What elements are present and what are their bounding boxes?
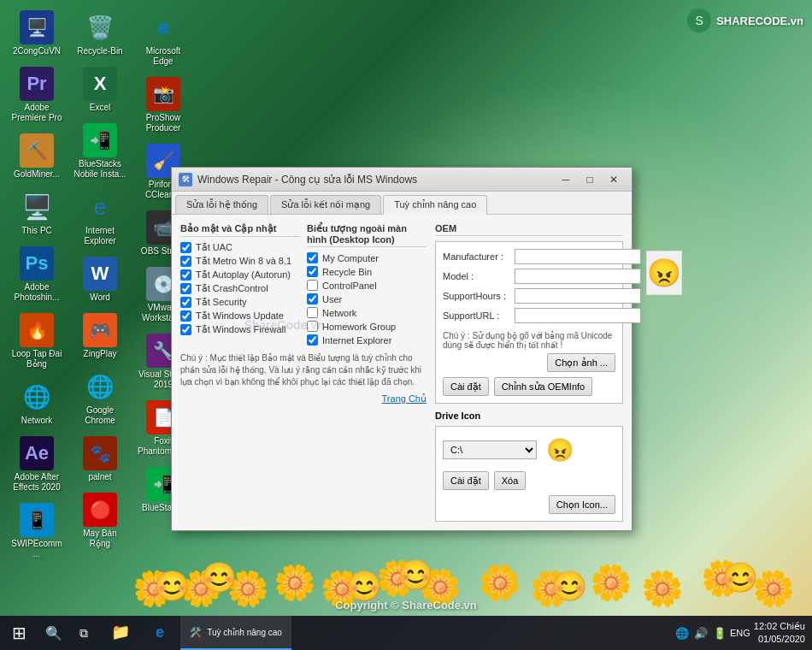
chon-anh-button[interactable]: Chọn ảnh ... bbox=[547, 353, 615, 372]
checkbox-recycle-input[interactable] bbox=[307, 266, 318, 277]
drive-icon-label: Drive Icon bbox=[435, 411, 623, 421]
desktop-icon-swipe[interactable]: 📱 SWIPEcomm... bbox=[7, 499, 67, 563]
checkbox-firewall-input[interactable] bbox=[180, 324, 191, 335]
desktop-icon-recycle[interactable]: 🗑️ Recycle-Bin bbox=[70, 7, 130, 60]
icon-label: Adobe After Effects 2020 bbox=[10, 472, 63, 493]
checkbox-user[interactable]: User bbox=[307, 293, 427, 304]
smiley-decoration: 😊 bbox=[397, 558, 433, 592]
icon-label: palnet bbox=[88, 472, 111, 482]
checkbox-tat-uac[interactable]: Tắt UAC bbox=[180, 242, 300, 253]
checkbox-tat-uac-input[interactable] bbox=[180, 242, 191, 253]
checkbox-controlpanel[interactable]: ControlPanel bbox=[307, 280, 427, 291]
checkbox-cp-input[interactable] bbox=[307, 280, 318, 291]
desktop-icon-aftereffects[interactable]: Ae Adobe After Effects 2020 bbox=[7, 433, 67, 496]
drive-select[interactable]: C:\ bbox=[443, 440, 537, 459]
icon-label: This PC bbox=[21, 226, 52, 236]
checkbox-crashcontrol[interactable]: Tắt CrashControl bbox=[180, 283, 300, 294]
clock-time: 12:02 Chiều bbox=[754, 620, 805, 633]
desktop-icon-chrome[interactable]: 🌐 Google Chrome bbox=[70, 366, 130, 429]
desktop-icon-ie[interactable]: e Internet Explorer bbox=[70, 186, 130, 250]
drive-emoji: 😠 bbox=[544, 434, 576, 466]
clock-date: 01/05/2020 bbox=[754, 633, 805, 646]
icon-label: Recycle-Bin bbox=[77, 46, 122, 56]
desktop-icon-word[interactable]: W Word bbox=[70, 253, 130, 306]
checkbox-ie-input[interactable] bbox=[307, 334, 318, 346]
start-button[interactable]: ⊞ bbox=[0, 616, 38, 650]
checkbox-firewall[interactable]: Tắt Windows Firewall bbox=[180, 324, 300, 335]
taskbar-windows-repair[interactable]: 🛠️ Tuỳ chỉnh nâng cao bbox=[180, 616, 291, 650]
icon-label: 2CongCuVN bbox=[13, 46, 61, 56]
supporturl-input[interactable] bbox=[515, 308, 641, 323]
oem-image: 😠 bbox=[646, 251, 682, 295]
minimize-button[interactable]: ─ bbox=[555, 171, 577, 188]
model-input[interactable] bbox=[515, 269, 641, 284]
windows-repair-dialog: 🛠 Windows Repair - Công cụ sửa lỗi MS Wi… bbox=[171, 167, 633, 531]
smiley-decoration: 😊 bbox=[551, 569, 587, 603]
smiley-decoration: 😊 bbox=[722, 560, 758, 594]
drive-cai-dat-button[interactable]: Cài đặt bbox=[443, 471, 489, 490]
tab-tuy-chinh[interactable]: Tuỳ chỉnh nâng cao bbox=[383, 195, 487, 215]
desktop-icon-zingplay[interactable]: 🎮 ZingPlay bbox=[70, 310, 130, 363]
taskbar-file-explorer[interactable]: 📁 bbox=[102, 616, 139, 650]
icon-label: GoldMiner... bbox=[14, 169, 60, 180]
taskbar-search-button[interactable]: 🔍 bbox=[38, 616, 68, 650]
close-button[interactable]: ✕ bbox=[603, 171, 625, 188]
checkbox-ie[interactable]: Internet Explorer bbox=[307, 334, 427, 346]
desktop-icon-bluestacks[interactable]: 📲 BlueStacks Nobile Insta... bbox=[70, 120, 130, 183]
smiley-decoration: 😊 bbox=[346, 569, 382, 603]
flower-decoration: 🌼 bbox=[752, 569, 795, 609]
checkbox-network[interactable]: Network bbox=[307, 307, 427, 318]
oem-section: Manufacturer : Model : SupportHours : bbox=[435, 241, 623, 404]
chon-icon-button[interactable]: Chọn Icon... bbox=[549, 495, 615, 514]
checkbox-autoplay[interactable]: Tắt Autoplay (Autorun) bbox=[180, 269, 300, 281]
checkbox-autoplay-input[interactable] bbox=[180, 269, 191, 281]
tab-sua-loi[interactable]: Sửa lỗi hệ thống bbox=[175, 195, 268, 214]
checkbox-homework-input[interactable] bbox=[307, 321, 318, 332]
desktop-icon-excel[interactable]: X Excel bbox=[70, 63, 130, 116]
manufacturer-input[interactable] bbox=[515, 249, 641, 264]
chinh-sua-oem-button[interactable]: Chỉnh sửa OEMInfo bbox=[494, 377, 592, 396]
checkbox-my-computer[interactable]: My Computer bbox=[307, 252, 427, 263]
desktop-icon-2congcuvn[interactable]: 🖥️ 2CongCuVN bbox=[7, 7, 67, 60]
desktop-icon-network[interactable]: 🌐 Network bbox=[7, 376, 67, 429]
icon-label: Adobe Premiere Pro bbox=[10, 103, 63, 123]
checkbox-crashcontrol-input[interactable] bbox=[180, 283, 191, 294]
desktop-icon-photoshop[interactable]: Ps Adobe Photoshin... bbox=[7, 243, 67, 306]
desktop-icon-thispc[interactable]: 🖥️ This PC bbox=[7, 186, 67, 239]
trang-chu-link[interactable]: Trang Chủ bbox=[180, 393, 427, 405]
tab-ket-noi[interactable]: Sửa lỗi kết nối mạng bbox=[270, 195, 381, 214]
checkbox-security-input[interactable] bbox=[180, 297, 191, 308]
flower-decoration: 🌼 bbox=[274, 563, 316, 603]
sharecode-icon: S bbox=[687, 9, 711, 32]
checkbox-columns: Bảo mật và Cập nhật Tắt UAC Tắt Metro Wi… bbox=[180, 223, 427, 346]
checkbox-update-input[interactable] bbox=[180, 310, 191, 322]
desktop-icon-palnet[interactable]: 🐾 palnet bbox=[70, 433, 130, 486]
language-indicator: ENG bbox=[730, 628, 750, 638]
icon-label: BlueStacks Nobile Insta... bbox=[74, 159, 127, 180]
desktop-icon-premiere[interactable]: Pr Adobe Premiere Pro bbox=[7, 63, 67, 127]
flower-decoration: 🌼 bbox=[479, 563, 521, 603]
cai-dat-oem-button[interactable]: Cài đặt bbox=[443, 377, 489, 396]
note-text: Chú ý : Mục thiết lập Bảo mật và Biểu tư… bbox=[180, 352, 427, 388]
desktop-icon-proshow[interactable]: 📸 ProShow Producer bbox=[133, 74, 193, 137]
checkbox-homework[interactable]: Homework Group bbox=[307, 321, 427, 332]
task-view-button[interactable]: ⧉ bbox=[68, 616, 98, 650]
checkbox-network-input[interactable] bbox=[307, 307, 318, 318]
supporthours-input[interactable] bbox=[515, 288, 641, 304]
oem-manufacturer-row: Manufacturer : bbox=[443, 249, 641, 264]
checkbox-windows-update[interactable]: Tắt Windows Update bbox=[180, 310, 300, 322]
taskbar-edge[interactable]: e bbox=[141, 616, 179, 650]
checkbox-security[interactable]: Tắt Security bbox=[180, 297, 300, 308]
checkbox-user-input[interactable] bbox=[307, 293, 318, 304]
drive-xoa-button[interactable]: Xóa bbox=[494, 471, 527, 490]
checkbox-metro-input[interactable] bbox=[180, 256, 191, 267]
desktop-icon-edge[interactable]: e Microsoft Edge bbox=[133, 7, 193, 70]
checkbox-mypc-input[interactable] bbox=[307, 252, 318, 263]
maximize-button[interactable]: □ bbox=[579, 171, 601, 188]
checkbox-recycle[interactable]: Recycle Bin bbox=[307, 266, 427, 277]
desktop-icon-goldminer[interactable]: ⛏️ GoldMiner... bbox=[7, 130, 67, 183]
desktop-icon-may-ban[interactable]: 🔴 May Bán Rộng bbox=[70, 489, 130, 552]
window-controls: ─ □ ✕ bbox=[555, 171, 625, 188]
desktop-icon-loop[interactable]: 🔥 Loop Tap Đai Bỏng bbox=[7, 310, 67, 373]
checkbox-metro[interactable]: Tắt Metro Win 8 và 8.1 bbox=[180, 256, 300, 267]
